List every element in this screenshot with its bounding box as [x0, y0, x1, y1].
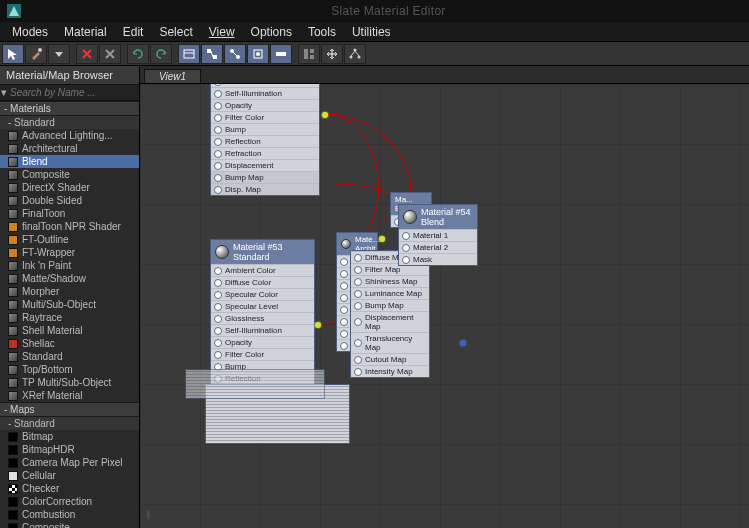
node-row[interactable]: Specular Color — [211, 288, 314, 300]
node-row[interactable]: Specular Level — [211, 300, 314, 312]
node-e-button[interactable] — [270, 44, 292, 64]
input-port[interactable] — [214, 84, 222, 86]
node-arch-slots[interactable]: Diffuse MapFilter MapShininess MapLumina… — [350, 250, 430, 378]
input-port[interactable] — [340, 342, 348, 350]
node-row[interactable]: Refraction — [211, 147, 319, 159]
input-port[interactable] — [354, 368, 362, 376]
pointer-tool-button[interactable] — [2, 44, 24, 64]
node-row[interactable]: Opacity — [211, 336, 314, 348]
input-port[interactable] — [354, 290, 362, 298]
list-item[interactable]: Architectural — [0, 142, 139, 155]
node-row[interactable]: Displacement — [211, 159, 319, 171]
node-row[interactable]: Mask — [399, 253, 477, 265]
node-canvas[interactable]: GlossinessSelf-IlluminationOpacityFilter… — [140, 84, 749, 528]
node-row[interactable]: Material 1 — [399, 229, 477, 241]
node-material-53[interactable]: Material #53 Standard Ambient ColorDiffu… — [210, 239, 315, 385]
brush-tool-button[interactable] — [25, 44, 47, 64]
refresh-a-button[interactable] — [127, 44, 149, 64]
input-port[interactable] — [340, 270, 348, 278]
node-head[interactable]: Material #53 Standard — [211, 240, 314, 264]
input-port[interactable] — [214, 102, 222, 110]
list-item[interactable]: Ink 'n Paint — [0, 259, 139, 272]
node-row[interactable]: Glossiness — [211, 312, 314, 324]
output-port-active[interactable] — [315, 322, 321, 328]
input-port[interactable] — [214, 315, 222, 323]
input-port[interactable] — [402, 232, 410, 240]
node-row[interactable]: Bump Map — [211, 171, 319, 183]
node-row[interactable]: Displacement Map — [351, 311, 429, 332]
search-input[interactable] — [8, 85, 139, 100]
list-item[interactable]: Advanced Lighting... — [0, 129, 139, 142]
tree-button[interactable] — [344, 44, 366, 64]
node-row[interactable]: Ambient Color — [211, 264, 314, 276]
input-port[interactable] — [354, 339, 362, 347]
node-row[interactable]: Luminance Map — [351, 287, 429, 299]
menu-tools[interactable]: Tools — [300, 23, 344, 41]
list-item[interactable]: Morpher — [0, 285, 139, 298]
menu-edit[interactable]: Edit — [115, 23, 152, 41]
list-item[interactable]: Cellular — [0, 469, 139, 482]
list-item[interactable]: Composite — [0, 521, 139, 528]
output-port-active[interactable] — [322, 112, 328, 118]
input-port[interactable] — [354, 278, 362, 286]
refresh-b-button[interactable] — [150, 44, 172, 64]
input-port[interactable] — [354, 266, 362, 274]
search-expand-icon[interactable]: ▾ — [0, 86, 8, 99]
input-port[interactable] — [214, 90, 222, 98]
node-b-button[interactable] — [201, 44, 223, 64]
list-item[interactable]: Double Sided — [0, 194, 139, 207]
node-spectral-level[interactable]: GlossinessSelf-IlluminationOpacityFilter… — [210, 84, 320, 196]
input-port[interactable] — [214, 339, 222, 347]
input-port[interactable] — [214, 327, 222, 335]
pan-button[interactable] — [321, 44, 343, 64]
node-row[interactable]: Shininess Map — [351, 275, 429, 287]
group-header[interactable]: - Maps — [0, 402, 139, 417]
list-item[interactable]: Standard — [0, 350, 139, 363]
input-port[interactable] — [354, 318, 362, 326]
node-row[interactable]: Disp. Map — [211, 183, 319, 195]
tab-view1[interactable]: View1 — [144, 69, 201, 83]
output-port-active[interactable] — [379, 236, 385, 242]
sub-header[interactable]: - Standard — [0, 116, 139, 129]
node-row[interactable]: Filter Color — [211, 348, 314, 360]
input-port[interactable] — [340, 294, 348, 302]
list-item[interactable]: ColorCorrection — [0, 495, 139, 508]
list-item[interactable]: Raytrace — [0, 311, 139, 324]
node-row[interactable]: Opacity — [211, 99, 319, 111]
input-port[interactable] — [354, 356, 362, 364]
list-item[interactable]: Multi/Sub-Object — [0, 298, 139, 311]
list-item[interactable]: XRef Material — [0, 389, 139, 402]
dropdown-button[interactable] — [48, 44, 70, 64]
list-item[interactable]: DirectX Shader — [0, 181, 139, 194]
input-port[interactable] — [214, 186, 222, 194]
menu-select[interactable]: Select — [151, 23, 200, 41]
node-row[interactable]: Bump Map — [351, 299, 429, 311]
input-port[interactable] — [214, 351, 222, 359]
list-item[interactable]: Combustion — [0, 508, 139, 521]
list-item[interactable]: Checker — [0, 482, 139, 495]
list-item[interactable]: Top/Bottom — [0, 363, 139, 376]
menu-utilities[interactable]: Utilities — [344, 23, 399, 41]
node-row[interactable]: Material 2 — [399, 241, 477, 253]
input-port[interactable] — [214, 150, 222, 158]
list-item[interactable]: Composite — [0, 168, 139, 181]
node-row[interactable]: Cutout Map — [351, 353, 429, 365]
list-item[interactable]: Blend — [0, 155, 139, 168]
node-d-button[interactable] — [247, 44, 269, 64]
list-item[interactable]: FT-Outline — [0, 233, 139, 246]
node-row[interactable]: Bump — [211, 123, 319, 135]
input-port[interactable] — [354, 302, 362, 310]
input-port[interactable] — [214, 279, 222, 287]
list-item[interactable]: TP Multi/Sub-Object — [0, 376, 139, 389]
input-port[interactable] — [214, 291, 222, 299]
input-port[interactable] — [214, 303, 222, 311]
list-item[interactable]: Matte/Shadow — [0, 272, 139, 285]
menu-view[interactable]: View — [201, 23, 243, 41]
input-port[interactable] — [340, 306, 348, 314]
delete-button[interactable] — [99, 44, 121, 64]
menu-material[interactable]: Material — [56, 23, 115, 41]
node-a-button[interactable] — [178, 44, 200, 64]
node-row[interactable]: Reflection — [211, 135, 319, 147]
list-item[interactable]: Camera Map Per Pixel — [0, 456, 139, 469]
input-port[interactable] — [214, 267, 222, 275]
